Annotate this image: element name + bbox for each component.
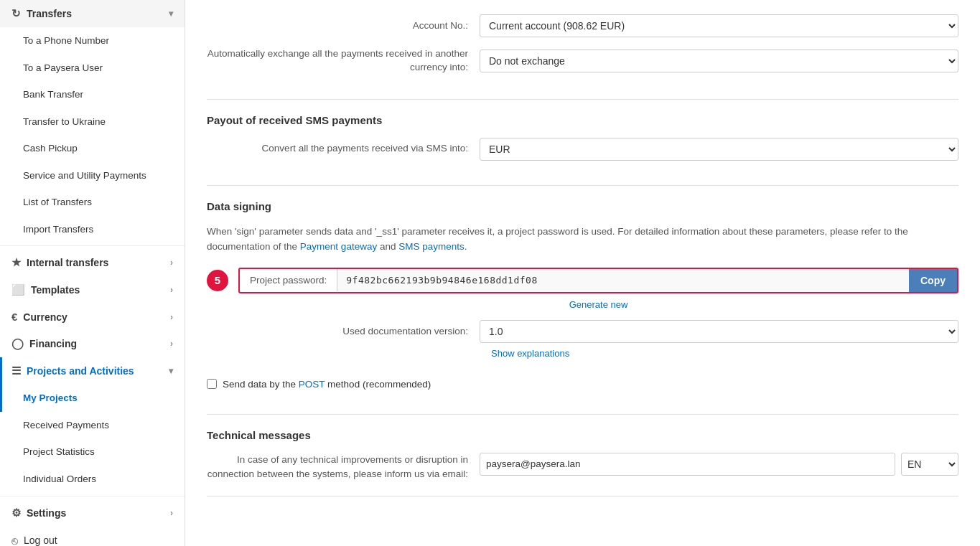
sidebar-item-list-transfers[interactable]: List of Transfers: [0, 189, 185, 216]
account-section: Account No.: Current account (908.62 EUR…: [207, 0, 958, 100]
sidebar-item-service-utility[interactable]: Service and Utility Payments: [0, 162, 185, 189]
currency-icon: €: [11, 311, 17, 323]
sidebar-logout-label: Log out: [24, 534, 57, 546]
generate-new-link[interactable]: Generate new: [238, 299, 958, 310]
technical-controls: EN LT RU: [480, 453, 958, 476]
post-method-label[interactable]: Send data by the POST method (recommende…: [223, 379, 431, 390]
doc-version-wrap: 1.0 1.1 2.0: [480, 320, 958, 343]
technical-messages-title: Technical messages: [207, 429, 958, 441]
sidebar: ↻ Transfers ▾ To a Phone Number To a Pay…: [0, 0, 185, 546]
main-content: Account No.: Current account (908.62 EUR…: [185, 0, 980, 546]
chevron-right-icon: ›: [170, 258, 173, 268]
password-box: Project password: 9f482bc662193b9b94846e…: [238, 268, 958, 293]
chevron-right-icon2: ›: [170, 285, 173, 295]
sidebar-item-to-phone[interactable]: To a Phone Number: [0, 27, 185, 55]
sidebar-section-settings[interactable]: ⚙ Settings ›: [0, 499, 185, 527]
exchange-row: Automatically exchange all the payments …: [207, 47, 958, 75]
financing-icon: ◯: [11, 337, 24, 350]
sidebar-internal-label: Internal transfers: [27, 257, 108, 268]
doc-version-select[interactable]: 1.0 1.1 2.0: [480, 320, 958, 343]
sidebar-settings-label: Settings: [27, 507, 66, 519]
sms-payments-link[interactable]: SMS payments: [398, 241, 465, 252]
sidebar-item-cash-pickup[interactable]: Cash Pickup: [0, 135, 185, 162]
sidebar-item-to-paysera[interactable]: To a Paysera User: [0, 55, 185, 82]
settings-icon: ⚙: [11, 507, 21, 519]
post-method-text2: method (recommended): [325, 379, 431, 390]
sidebar-item-transfer-ukraine[interactable]: Transfer to Ukraine: [0, 108, 185, 136]
data-signing-desc: When 'sign' parameter sends data and '_s…: [207, 224, 958, 255]
sidebar-item-label: Transfer to Ukraine: [23, 116, 106, 128]
sidebar-item-individual-orders[interactable]: Individual Orders: [0, 466, 185, 493]
exchange-select[interactable]: Do not exchange EUR USD: [480, 50, 958, 72]
data-signing-section: Data signing When 'sign' parameter sends…: [207, 186, 958, 415]
sidebar-templates-label: Templates: [31, 284, 80, 296]
sidebar-item-label: Import Transfers: [23, 223, 93, 236]
account-select-wrap: Current account (908.62 EUR): [480, 14, 958, 37]
sidebar-section-projects[interactable]: ☰ Projects and Activities ▾: [0, 357, 185, 385]
sms-currency-select[interactable]: EUR USD GBP: [480, 138, 958, 161]
account-select[interactable]: Current account (908.62 EUR): [480, 14, 958, 37]
post-method-checkbox[interactable]: [207, 379, 217, 389]
sidebar-item-my-projects[interactable]: My Projects: [0, 385, 185, 412]
technical-row: In case of any technical improvements or…: [207, 453, 958, 482]
sidebar-item-label: Cash Pickup: [23, 142, 78, 155]
project-password-row: 5 Project password: 9f482bc662193b9b9484…: [207, 268, 958, 293]
sidebar-section-financing[interactable]: ◯ Financing ›: [0, 330, 185, 357]
star-icon: ★: [11, 256, 21, 269]
password-value: 9f482bc662193b9b94846e168dd1df08: [337, 269, 909, 291]
sms-convert-label: Convert all the payments received via SM…: [207, 142, 480, 156]
chevron-right-icon5: ›: [170, 508, 173, 518]
payment-gateway-link[interactable]: Payment gateway: [300, 241, 377, 252]
projects-icon: ☰: [11, 364, 21, 377]
chevron-right-icon3: ›: [170, 312, 173, 322]
sms-section-title: Payout of received SMS payments: [207, 114, 958, 126]
post-link[interactable]: POST: [299, 379, 325, 390]
doc-version-row: Used documentation version: 1.0 1.1 2.0: [207, 320, 958, 343]
sms-convert-row: Convert all the payments received via SM…: [207, 138, 958, 161]
sms-section: Payout of received SMS payments Convert …: [207, 100, 958, 186]
exchange-select-wrap: Do not exchange EUR USD: [480, 50, 958, 72]
show-explanations-link[interactable]: Show explanations: [491, 348, 569, 359]
post-method-row: Send data by the POST method (recommende…: [207, 379, 958, 390]
chevron-right-icon4: ›: [170, 339, 173, 349]
post-method-text: Send data by the: [223, 379, 299, 390]
sidebar-item-label: Project Statistics: [23, 446, 95, 458]
sidebar-currency-label: Currency: [23, 311, 67, 323]
sidebar-financing-label: Financing: [29, 338, 77, 349]
step-badge: 5: [207, 270, 228, 291]
sms-currency-wrap: EUR USD GBP: [480, 138, 958, 161]
chevron-down-icon2: ▾: [169, 366, 173, 376]
sidebar-item-received-payments[interactable]: Received Payments: [0, 412, 185, 439]
sidebar-section-internal-transfers[interactable]: ★ Internal transfers ›: [0, 249, 185, 276]
sidebar-transfers-label: Transfers: [27, 8, 72, 19]
sidebar-item-label: To a Phone Number: [23, 34, 109, 47]
sidebar-item-label: Individual Orders: [23, 473, 96, 486]
sidebar-item-label: To a Paysera User: [23, 62, 103, 75]
template-icon: ⬜: [11, 283, 25, 296]
chevron-down-icon: ▾: [169, 9, 173, 19]
sidebar-item-logout[interactable]: ⎋ Log out: [0, 527, 185, 546]
account-label: Account No.:: [207, 19, 480, 33]
desc-end: .: [465, 241, 467, 252]
exchange-label: Automatically exchange all the payments …: [207, 47, 480, 75]
technical-messages-section: Technical messages In case of any techni…: [207, 415, 958, 497]
sidebar-section-templates[interactable]: ⬜ Templates ›: [0, 276, 185, 303]
sidebar-projects-label: Projects and Activities: [27, 365, 134, 377]
sidebar-item-label: List of Transfers: [23, 196, 92, 209]
technical-email-input[interactable]: [480, 453, 895, 476]
desc-and: and: [377, 241, 398, 252]
tech-lang-select[interactable]: EN LT RU: [901, 453, 958, 476]
sidebar-section-transfers[interactable]: ↻ Transfers ▾: [0, 0, 185, 27]
copy-button[interactable]: Copy: [909, 269, 957, 292]
sidebar-item-project-statistics[interactable]: Project Statistics: [0, 438, 185, 466]
sidebar-item-import-transfers[interactable]: Import Transfers: [0, 216, 185, 243]
technical-desc: In case of any technical improvements or…: [207, 453, 480, 482]
sidebar-section-currency[interactable]: € Currency ›: [0, 303, 185, 330]
sidebar-item-label: Bank Transfer: [23, 88, 83, 101]
sidebar-item-label: Service and Utility Payments: [23, 169, 146, 182]
sidebar-item-bank-transfer[interactable]: Bank Transfer: [0, 81, 185, 108]
password-label: Project password:: [240, 269, 337, 291]
sidebar-item-label: My Projects: [23, 392, 78, 405]
transfers-icon: ↻: [11, 7, 21, 20]
account-row: Account No.: Current account (908.62 EUR…: [207, 14, 958, 37]
